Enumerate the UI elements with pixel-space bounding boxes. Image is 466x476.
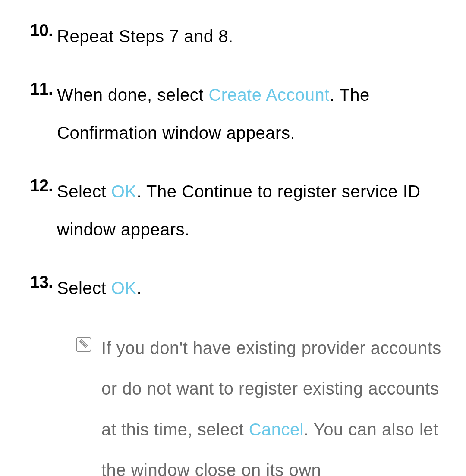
- ok-highlight: OK: [111, 279, 137, 298]
- step-body: Select OK.: [57, 269, 453, 307]
- step-text-pre: Select: [57, 279, 111, 298]
- note-body: If you don't have existing provider acco…: [101, 328, 453, 476]
- step-text-pre: Select: [57, 182, 111, 201]
- create-account-highlight: Create Account: [208, 85, 330, 104]
- step-number: 12.: [13, 172, 57, 248]
- note-icon: [76, 334, 92, 350]
- step-number: 10.: [13, 17, 57, 55]
- step-text-post: .: [137, 279, 142, 298]
- step-body: When done, select Create Account. The Co…: [57, 76, 453, 152]
- step-text-pre: When done, select: [57, 85, 208, 104]
- step-10: 10. Repeat Steps 7 and 8.: [13, 17, 453, 55]
- step-13: 13. Select OK.: [13, 269, 453, 307]
- step-number: 11.: [13, 76, 57, 152]
- svg-rect-0: [76, 337, 91, 352]
- step-body: Select OK. The Continue to register serv…: [57, 172, 453, 248]
- step-11: 11. When done, select Create Account. Th…: [13, 76, 453, 152]
- step-12: 12. Select OK. The Continue to register …: [13, 172, 453, 248]
- cancel-highlight: Cancel: [249, 420, 304, 439]
- note-block: If you don't have existing provider acco…: [76, 328, 453, 476]
- ok-highlight: OK: [111, 182, 137, 201]
- step-number: 13.: [13, 269, 57, 307]
- step-body: Repeat Steps 7 and 8.: [57, 17, 453, 55]
